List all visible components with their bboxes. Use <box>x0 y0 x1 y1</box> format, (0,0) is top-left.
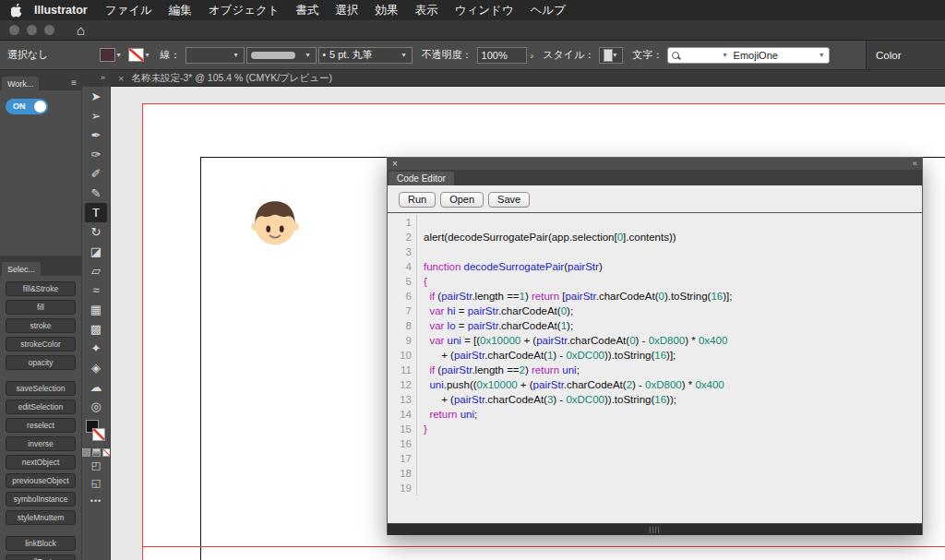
blend-tool[interactable]: ◈ <box>85 358 107 377</box>
color-button[interactable] <box>82 448 90 457</box>
menu-item-2[interactable]: オブジェクト <box>200 3 288 18</box>
action-button-fill-stroke[interactable]: fill&Stroke <box>6 281 76 296</box>
stroke-color-swatch[interactable] <box>128 48 144 62</box>
color-panel-tab[interactable]: Color <box>866 41 945 69</box>
opacity-label: 不透明度： <box>422 48 472 62</box>
scale-tool[interactable]: ▱ <box>85 261 107 280</box>
code-text <box>417 215 424 230</box>
selection-tool[interactable]: ➤ <box>85 87 107 106</box>
selec-panel-tab[interactable]: Selec... <box>2 262 41 276</box>
zoom-tool[interactable]: ◎ <box>85 397 107 416</box>
run-button[interactable]: Run <box>399 192 436 208</box>
action-button-editselection[interactable]: editSelection <box>6 399 76 414</box>
action-button-alltext[interactable]: allText <box>6 554 76 560</box>
fill-stroke-indicator[interactable] <box>85 419 107 444</box>
code-editor-tab[interactable]: Code Editor <box>389 172 454 185</box>
line-number: 3 <box>388 244 417 259</box>
work-panel-tab[interactable]: Work... <box>2 77 39 90</box>
action-button-opacity[interactable]: opacity <box>6 355 76 370</box>
menu-item-0[interactable]: ファイル <box>97 3 161 18</box>
action-button-saveselection[interactable]: saveSelection <box>6 381 76 396</box>
menu-item-7[interactable]: ウィンドウ <box>447 3 522 18</box>
line-number: 8 <box>388 318 417 333</box>
window-close-button[interactable] <box>9 25 19 35</box>
menu-item-3[interactable]: 書式 <box>288 3 328 18</box>
screen-mode-button[interactable]: ◱ <box>85 474 107 492</box>
action-button-strokecolor[interactable]: strokeColor <box>6 337 76 351</box>
action-button-linkblock[interactable]: linkBlock <box>6 536 76 551</box>
menu-item-5[interactable]: 効果 <box>367 3 407 18</box>
code-editor-statusbar: |||| <box>388 523 922 535</box>
action-button-inverse[interactable]: inverse <box>6 436 76 451</box>
none-button[interactable] <box>102 448 111 457</box>
open-button[interactable]: Open <box>440 192 484 208</box>
code-editor-body: RunOpenSave 12alert(decodeSurrogatePair(… <box>388 185 922 523</box>
rotate-tool[interactable]: ↻ <box>85 222 107 242</box>
eraser-tool[interactable]: ◪ <box>85 242 107 261</box>
chevron-down-icon[interactable]: ▾ <box>146 51 150 59</box>
code-text: } <box>417 422 427 436</box>
line-number: 19 <box>388 481 417 495</box>
opacity-field[interactable]: 100% <box>477 47 527 64</box>
fill-color-swatch[interactable] <box>100 48 115 62</box>
panel-menu-icon[interactable]: ≡ <box>66 77 81 90</box>
close-icon[interactable]: × <box>392 160 398 169</box>
eyedropper-tool[interactable]: ✦ <box>85 339 107 358</box>
code-editor-titlebar[interactable]: × « <box>388 158 922 170</box>
code-text <box>417 436 424 451</box>
direct-selection-tool[interactable]: ➢ <box>85 106 107 125</box>
action-button-previouseobject[interactable]: previouseObject <box>6 473 76 488</box>
on-toggle[interactable]: ON <box>6 99 48 114</box>
paintbrush-tool[interactable]: ✐ <box>85 164 107 184</box>
apple-logo-icon[interactable] <box>11 4 23 18</box>
action-button-symbolinstance[interactable]: symbolInstance <box>6 492 76 506</box>
app-menu[interactable]: Illustrator <box>34 4 88 17</box>
code-line: 19 <box>388 481 922 495</box>
opacity-options-icon[interactable]: › <box>531 50 534 61</box>
action-button-fill[interactable]: fill <box>6 300 76 315</box>
action-button-stylemnuitem[interactable]: styleMnuItem <box>6 510 76 525</box>
home-icon[interactable]: ⌂ <box>77 23 85 37</box>
code-text: alert(decodeSurrogatePair(app.selection[… <box>417 230 676 244</box>
mesh-tool[interactable]: ▦ <box>85 300 107 319</box>
stroke-indicator[interactable] <box>92 428 105 441</box>
boy-face-emoji-artwork[interactable] <box>248 195 302 248</box>
stroke-weight-dropdown[interactable]: ▾ <box>185 47 245 64</box>
graphic-style-dropdown[interactable]: ▾ <box>599 47 623 64</box>
menu-item-1[interactable]: 編集 <box>161 3 200 18</box>
width-tool[interactable]: ≈ <box>85 280 107 300</box>
document-tab-title[interactable]: 名称未設定-3* @ 105.4 % (CMYK/プレビュー) <box>131 72 332 85</box>
gradient-button[interactable] <box>92 448 101 457</box>
menu-item-4[interactable]: 選択 <box>328 3 367 18</box>
type-tool[interactable]: T <box>85 203 107 222</box>
resize-grip-icon[interactable]: |||| <box>649 525 660 533</box>
window-minimize-button[interactable] <box>27 25 37 35</box>
menu-item-6[interactable]: 表示 <box>407 3 447 18</box>
chevron-down-icon[interactable]: ▾ <box>117 51 121 59</box>
tools-collapse-icon[interactable]: » <box>82 70 110 87</box>
edit-toolbar-button[interactable]: ••• <box>90 496 102 506</box>
pen-tool[interactable]: ✒ <box>85 125 107 145</box>
window-zoom-button[interactable] <box>44 25 54 35</box>
line-number: 17 <box>388 451 417 466</box>
action-button-nextobject[interactable]: nextObject <box>6 455 76 470</box>
gradient-tool[interactable]: ▩ <box>85 319 107 339</box>
pencil-tool[interactable]: ✎ <box>85 184 107 203</box>
width-profile-dropdown[interactable]: ▾ <box>246 47 317 64</box>
font-family-combo[interactable]: ▾ EmojiOne ▾ <box>667 47 830 64</box>
code-text: var hi = pairStr.charCodeAt(0); <box>417 304 573 318</box>
code-lines[interactable]: 12alert(decodeSurrogatePair(app.selectio… <box>388 213 922 495</box>
code-text: return uni; <box>417 407 477 422</box>
document-close-icon[interactable]: × <box>118 73 124 84</box>
curvature-tool[interactable]: ✑ <box>85 145 107 164</box>
brush-definition-dropdown[interactable]: • 5 pt. 丸筆 ▾ <box>318 47 413 64</box>
draw-mode-button[interactable]: ◰ <box>85 457 107 474</box>
action-button-reselect[interactable]: reselect <box>6 418 76 433</box>
collapse-icon[interactable]: « <box>913 160 917 168</box>
symbol-sprayer-tool[interactable]: ☁ <box>85 377 107 397</box>
code-text: function decodeSurrogatePair(pairStr) <box>417 259 603 274</box>
action-button-stroke[interactable]: stroke <box>6 318 76 333</box>
menu-item-8[interactable]: ヘルプ <box>522 3 574 18</box>
save-button[interactable]: Save <box>488 192 530 208</box>
line-number: 18 <box>388 466 417 481</box>
